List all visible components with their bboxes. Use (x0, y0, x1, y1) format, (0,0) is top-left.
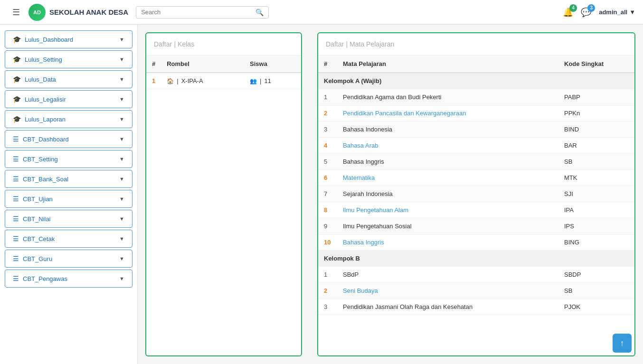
table-row: 1 SBdP SBDP (318, 267, 634, 283)
sidebar-item-icon-lulus-legalisir: 🎓 (13, 95, 21, 103)
panel-mapel: Daftar | Mata Pelajaran # Mata Pelajaran… (317, 32, 635, 356)
notifications-button[interactable]: 🔔 4 (563, 7, 573, 18)
users-icon: 👥 (250, 78, 257, 84)
table-row: 10 Bahasa Inggris BING (318, 234, 634, 251)
sidebar-item-left-cbt-pengawas: ☰ CBT_Pengawas (13, 275, 67, 282)
table-row: 7 Sejarah Indonesia SJI (318, 186, 634, 202)
panel-mapel-title: Daftar (326, 40, 344, 48)
mapel-row-no: 2 (318, 283, 337, 299)
mapel-row-kode: SB (558, 283, 634, 299)
user-chevron-icon: ▼ (629, 9, 635, 16)
sidebar-item-cbt-guru[interactable]: ☰ CBT_Guru ▼ (5, 250, 132, 268)
sidebar-item-cbt-bank-soal[interactable]: ☰ CBT_Bank_Soal ▼ (5, 170, 132, 188)
mapel-row-name[interactable]: Seni Budaya (337, 283, 558, 299)
mapel-row-no: 7 (318, 186, 337, 202)
mapel-row-kode: BING (558, 234, 634, 251)
sidebar-item-label-cbt-cetak: CBT_Cetak (23, 235, 55, 243)
chevron-down-icon-cbt-dashboard: ▼ (119, 136, 124, 142)
mapel-row-name[interactable]: Pendidikan Pancasila dan Kewarganegaraan (337, 105, 558, 121)
panel-mapel-subtitle: | Mata Pelajaran (346, 40, 395, 48)
sidebar-item-lulus-setting[interactable]: 🎓 Lulus_Setting ▼ (5, 50, 132, 68)
sidebar-item-icon-lulus-data: 🎓 (13, 75, 21, 83)
kelas-row-no: 1 (146, 73, 161, 89)
mapel-row-no: 6 (318, 170, 337, 186)
mapel-row-name[interactable]: Ilmu Pengetahuan Alam (337, 202, 558, 218)
sidebar-item-lulus-dashboard[interactable]: 🎓 Lulus_Dashboard ▼ (5, 30, 132, 48)
sidebar-item-label-cbt-bank-soal: CBT_Bank_Soal (23, 176, 68, 183)
group-label: Kelompok A (Wajib) (318, 73, 634, 89)
mapel-row-kode: PPKn (558, 105, 634, 121)
table-row: 4 Bahasa Arab BAR (318, 138, 634, 154)
user-menu-button[interactable]: admin_all ▼ (599, 9, 635, 16)
mapel-row-no: 4 (318, 138, 337, 154)
brand: AD SEKOLAH ANAK DESA (28, 4, 128, 21)
panel-kelas-subtitle: | Kelas (174, 40, 195, 48)
search-input[interactable] (141, 9, 255, 16)
sidebar-item-label-cbt-ujian: CBT_Ujian (23, 196, 53, 203)
sidebar-item-cbt-nilai[interactable]: ☰ CBT_Nilai ▼ (5, 210, 132, 228)
sidebar-item-icon-cbt-bank-soal: ☰ (13, 175, 19, 183)
kelas-table: # Rombel Siswa 1 🏠 | X-IPA-A 👥 | 11 (146, 56, 301, 89)
sidebar-item-lulus-data[interactable]: 🎓 Lulus_Data ▼ (5, 70, 132, 88)
chevron-down-icon-cbt-setting: ▼ (119, 156, 124, 162)
navbar: ☰ AD SEKOLAH ANAK DESA 🔍 🔔 4 💬 3 admin_a… (0, 0, 643, 25)
mapel-row-name: Pendidikan Agama dan Budi Pekerti (337, 89, 558, 105)
sidebar: 🎓 Lulus_Dashboard ▼ 🎓 Lulus_Setting ▼ 🎓 … (0, 25, 138, 364)
rombel-name: X-IPA-A (181, 77, 203, 84)
brand-logo: AD (28, 4, 46, 21)
sidebar-item-lulus-legalisir[interactable]: 🎓 Lulus_Legalisir ▼ (5, 90, 132, 108)
messages-button[interactable]: 💬 3 (581, 7, 591, 18)
chevron-down-icon-lulus-dashboard: ▼ (119, 37, 124, 42)
layout: 🎓 Lulus_Dashboard ▼ 🎓 Lulus_Setting ▼ 🎓 … (0, 25, 643, 364)
mapel-row-name: Pendidikan Jasmani Olah Raga dan Kesehat… (337, 299, 558, 315)
sidebar-item-cbt-ujian[interactable]: ☰ CBT_Ujian ▼ (5, 190, 132, 208)
sidebar-item-cbt-pengawas[interactable]: ☰ CBT_Pengawas ▼ (5, 270, 132, 288)
mapel-row-no: 8 (318, 202, 337, 218)
kelas-col-no: # (146, 56, 161, 73)
chevron-down-icon-cbt-pengawas: ▼ (119, 276, 124, 281)
panel-kelas-header: Daftar | Kelas (146, 33, 301, 56)
sidebar-item-icon-lulus-laporan: 🎓 (13, 115, 21, 123)
scroll-top-button[interactable]: ↑ (613, 334, 632, 353)
sidebar-item-lulus-laporan[interactable]: 🎓 Lulus_Laporan ▼ (5, 110, 132, 128)
hamburger-button[interactable]: ☰ (8, 5, 25, 19)
sidebar-item-label-lulus-legalisir: Lulus_Legalisir (25, 96, 66, 103)
sidebar-item-icon-cbt-nilai: ☰ (13, 215, 19, 223)
table-row: 8 Ilmu Pengetahuan Alam IPA (318, 202, 634, 218)
sidebar-item-label-cbt-dashboard: CBT_Dashboard (23, 136, 69, 143)
table-row: 6 Matematika MTK (318, 170, 634, 186)
mapel-row-no: 2 (318, 105, 337, 121)
mapel-row-name[interactable]: Bahasa Inggris (337, 234, 558, 251)
mapel-row-kode: IPS (558, 218, 634, 234)
sidebar-item-cbt-cetak[interactable]: ☰ CBT_Cetak ▼ (5, 230, 132, 248)
sidebar-item-label-cbt-nilai: CBT_Nilai (23, 215, 51, 223)
sidebar-item-cbt-dashboard[interactable]: ☰ CBT_Dashboard ▼ (5, 130, 132, 148)
table-row: 3 Bahasa Indonesia BIND (318, 121, 634, 138)
mapel-row-no: 1 (318, 89, 337, 105)
sidebar-item-left-lulus-legalisir: 🎓 Lulus_Legalisir (13, 95, 66, 103)
search-icon-button[interactable]: 🔍 (255, 9, 264, 16)
mapel-row-no: 3 (318, 299, 337, 315)
sidebar-item-cbt-setting[interactable]: ☰ CBT_Setting ▼ (5, 150, 132, 168)
table-row: 2 Seni Budaya SB (318, 283, 634, 299)
mapel-row-kode: BIND (558, 121, 634, 138)
username-label: admin_all (599, 9, 627, 16)
sidebar-item-left-lulus-setting: 🎓 Lulus_Setting (13, 56, 62, 63)
mapel-col-mapel: Mata Pelajaran (337, 56, 558, 73)
sidebar-item-left-cbt-nilai: ☰ CBT_Nilai (13, 215, 51, 223)
group-label: Kelompok B (318, 251, 634, 267)
mapel-row-no: 9 (318, 218, 337, 234)
kelas-col-rombel: Rombel (161, 56, 244, 73)
notifications-badge: 4 (569, 4, 577, 12)
sidebar-item-left-cbt-guru: ☰ CBT_Guru (13, 255, 52, 262)
mapel-row-name[interactable]: Bahasa Arab (337, 138, 558, 154)
sidebar-item-left-lulus-data: 🎓 Lulus_Data (13, 75, 56, 83)
table-row: 9 Ilmu Pengetahuan Sosial IPS (318, 218, 634, 234)
chevron-down-icon-cbt-ujian: ▼ (119, 196, 124, 202)
kelas-row-siswa: 👥 | 11 (244, 73, 301, 89)
kelas-row-rombel[interactable]: 🏠 | X-IPA-A (161, 73, 244, 89)
mapel-row-kode: SB (558, 154, 634, 170)
panel-kelas: Daftar | Kelas # Rombel Siswa 1 🏠 | X-IP… (145, 32, 302, 356)
sidebar-item-label-lulus-dashboard: Lulus_Dashboard (25, 36, 73, 43)
mapel-row-name[interactable]: Matematika (337, 170, 558, 186)
